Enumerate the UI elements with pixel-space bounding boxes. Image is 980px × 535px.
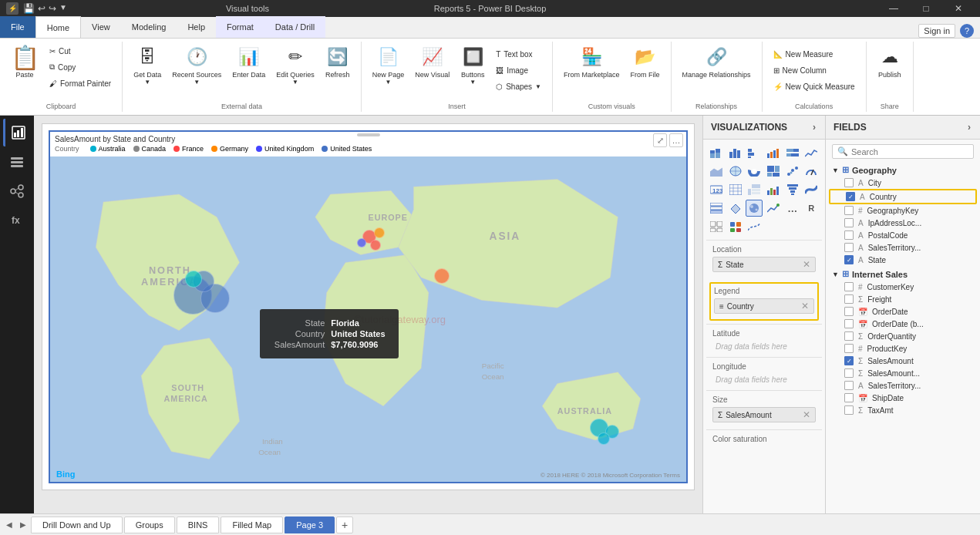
line-chart-icon-btn[interactable]	[803, 144, 820, 161]
from-file-button[interactable]: 📂 From File	[626, 43, 665, 97]
data-view-button[interactable]	[3, 148, 31, 176]
clustered-bar-icon-btn[interactable]	[746, 144, 763, 161]
country-checkbox[interactable]: ✓	[846, 192, 855, 201]
add-page-button[interactable]: +	[336, 516, 353, 533]
format-painter-button[interactable]: 🖌 Format Painter	[45, 76, 116, 91]
field-salesamount[interactable]: ✓ Σ SalesAmount	[829, 355, 977, 367]
postalcode-checkbox[interactable]	[844, 230, 854, 240]
cut-button[interactable]: ✂ Cut	[45, 43, 116, 59]
tab-home[interactable]: Home	[35, 16, 81, 38]
funnel-icon-btn[interactable]	[784, 181, 801, 198]
new-page-button[interactable]: 📄 New Page ▼	[368, 43, 409, 97]
buttons-button[interactable]: 🔲 Buttons ▼	[456, 43, 490, 97]
treemap-icon-btn[interactable]	[765, 163, 782, 180]
field-orderdate[interactable]: 📅 OrderDate	[829, 305, 977, 318]
new-column-button[interactable]: ⊞ New Column	[769, 62, 860, 78]
taxamt-checkbox[interactable]	[844, 405, 854, 415]
tab-modeling[interactable]: Modeling	[121, 16, 177, 38]
field-orderdate-b[interactable]: 📅 OrderDate (b...	[829, 318, 977, 330]
tab-help[interactable]: Help	[177, 16, 216, 38]
more-icon[interactable]: ▼	[59, 3, 67, 14]
field-customerkey[interactable]: # CustomerKey	[829, 281, 977, 293]
visual-container[interactable]: ⤢ … SalesAmount by State and Country Cou…	[49, 130, 688, 483]
field-city[interactable]: A City	[829, 177, 977, 189]
tab-nav-right[interactable]: ▶	[17, 519, 29, 531]
shape-map-icon-btn[interactable]	[727, 200, 744, 217]
field-country[interactable]: ✓ A Country	[829, 189, 977, 204]
tab-page3[interactable]: Page 3	[285, 516, 335, 533]
state-checkbox[interactable]: ✓	[844, 255, 854, 264]
field-ipaddress[interactable]: A IpAddressLoc...	[829, 217, 977, 229]
salesterritory-checkbox[interactable]	[844, 381, 854, 390]
refresh-button[interactable]: 🔄 Refresh	[321, 43, 355, 97]
bar-chart-icon-btn[interactable]	[708, 144, 725, 161]
new-quick-measure-button[interactable]: ⚡ New Quick Measure	[769, 79, 860, 94]
tab-format[interactable]: Format	[216, 16, 264, 38]
clustered-col-icon-btn[interactable]	[765, 144, 782, 161]
redo-icon[interactable]: ↪	[49, 3, 56, 14]
copy-button[interactable]: ⧉ Copy	[45, 59, 116, 75]
focus-mode-button[interactable]: ⤢	[653, 133, 667, 147]
r-visual-icon-btn[interactable]: R	[803, 200, 820, 217]
more-options-button[interactable]: …	[669, 133, 683, 147]
edit-queries-button[interactable]: ✏ Edit Queries ▼	[271, 43, 319, 97]
donut-icon-btn[interactable]	[746, 163, 763, 180]
salesterritory-geo-checkbox[interactable]	[844, 243, 854, 252]
state-field-chip[interactable]: Σ State ✕	[712, 257, 816, 272]
maximize-button[interactable]: □	[911, 0, 941, 17]
filled-map-icon-btn[interactable]	[746, 200, 763, 217]
ribbon-chart-icon-btn[interactable]	[803, 181, 820, 198]
map-container[interactable]: NORTH AMERICA SOUTH AMERICA EUROPE ASIA …	[50, 156, 686, 482]
new-measure-button[interactable]: 📐 New Measure	[769, 46, 860, 62]
card-icon-btn[interactable]: 123	[708, 181, 725, 198]
text-box-button[interactable]: T Text box	[491, 46, 546, 62]
table-icon-btn[interactable]	[727, 181, 744, 198]
country-field-clear[interactable]: ✕	[801, 301, 809, 311]
gauge-icon-btn[interactable]	[803, 163, 820, 180]
ipaddress-checkbox[interactable]	[844, 218, 854, 227]
signin-button[interactable]: Sign in	[918, 24, 955, 38]
close-button[interactable]: ✕	[943, 0, 974, 17]
city-checkbox[interactable]	[844, 178, 854, 187]
viz-panel-expand[interactable]: ›	[811, 120, 817, 134]
dax-view-button[interactable]: fx	[3, 207, 31, 234]
field-geographykey[interactable]: # GeographyKey	[829, 204, 977, 217]
field-freight[interactable]: Σ Freight	[829, 293, 977, 305]
100pct-bar-icon-btn[interactable]	[784, 144, 801, 161]
tab-nav-left[interactable]: ◀	[3, 519, 15, 531]
model-view-button[interactable]	[3, 177, 31, 205]
analytics-icon-btn[interactable]	[746, 218, 763, 235]
tab-file[interactable]: File	[0, 16, 35, 38]
geography-group-header[interactable]: ▼ ⊞ Geography	[829, 163, 977, 177]
tab-bins[interactable]: BINS	[177, 516, 220, 533]
field-salesamount-b[interactable]: Σ SalesAmount...	[829, 367, 977, 379]
sales-amount-clear[interactable]: ✕	[803, 409, 810, 420]
salesamount-b-checkbox[interactable]	[844, 368, 854, 378]
new-visual-button[interactable]: 📈 New Visual	[410, 43, 454, 97]
image-button[interactable]: 🖼 Image	[491, 62, 546, 78]
field-shipdate[interactable]: 📅 ShipDate	[829, 392, 977, 404]
map-icon-btn[interactable]	[727, 163, 744, 180]
report-view-button[interactable]	[3, 119, 31, 146]
from-marketplace-button[interactable]: 🏪 From Marketplace	[559, 43, 625, 97]
column-chart-icon-btn[interactable]	[727, 144, 744, 161]
tab-data-drill[interactable]: Data / Drill	[264, 16, 325, 38]
freight-checkbox[interactable]	[844, 294, 854, 304]
get-data-button[interactable]: 🗄 Get Data ▼	[129, 43, 166, 97]
fields-panel-expand[interactable]: ›	[966, 120, 972, 134]
state-field-clear[interactable]: ✕	[803, 259, 810, 270]
country-field-chip[interactable]: ≡ Country ✕	[714, 298, 814, 314]
undo-icon[interactable]: ↩	[38, 3, 45, 14]
orderquantity-checkbox[interactable]	[844, 331, 854, 341]
scatter-icon-btn[interactable]	[784, 163, 801, 180]
field-orderquantity[interactable]: Σ OrderQuantity	[829, 330, 977, 342]
orderdate-checkbox[interactable]	[844, 307, 854, 316]
matrix-icon-btn[interactable]	[746, 181, 763, 198]
field-taxamt[interactable]: Σ TaxAmt	[829, 404, 977, 416]
orderdate-b-checkbox[interactable]	[844, 319, 854, 328]
shipdate-checkbox[interactable]	[844, 393, 854, 402]
field-postalcode[interactable]: A PostalCode	[829, 229, 977, 241]
sales-amount-field-chip[interactable]: Σ SalesAmount ✕	[712, 407, 816, 422]
salesamount-checkbox[interactable]: ✓	[844, 356, 854, 365]
waterfall-icon-btn[interactable]	[765, 181, 782, 198]
